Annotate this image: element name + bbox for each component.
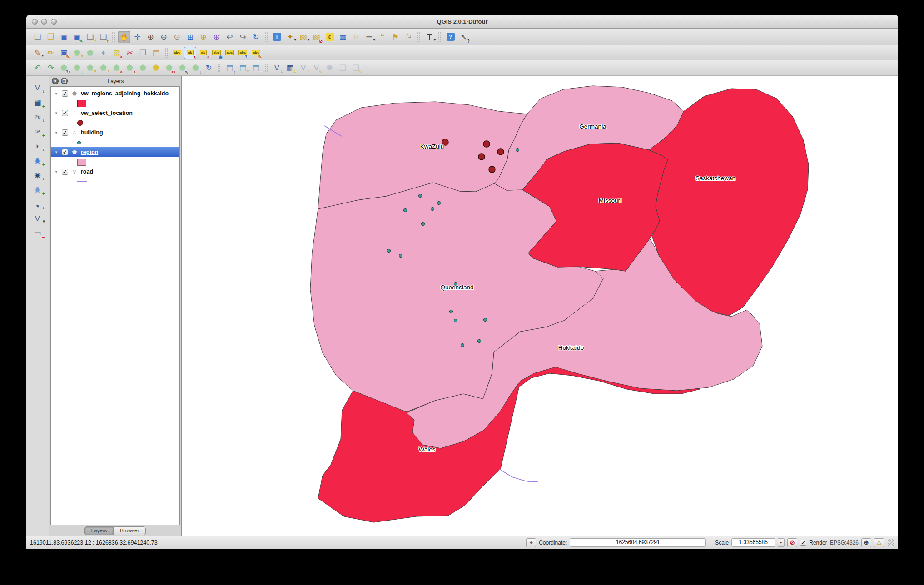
- rotate-feature-tool[interactable]: ⬟↻: [58, 62, 70, 74]
- help-button[interactable]: ?: [444, 31, 457, 43]
- select-features-tool[interactable]: ▧▼: [297, 31, 309, 43]
- new-print-composer-button[interactable]: ❏*: [84, 31, 96, 43]
- delete-selected-button[interactable]: ▧×: [110, 47, 123, 59]
- save-layer-edits-button[interactable]: ▣✎: [58, 47, 70, 59]
- identify-features-tool[interactable]: i: [271, 31, 283, 43]
- open-project-button[interactable]: ❐: [45, 31, 57, 43]
- split-features-tool[interactable]: ⬟✂: [163, 62, 175, 74]
- field-calculator-button[interactable]: ⌗: [350, 31, 362, 43]
- add-wms-layer-button[interactable]: ◉+: [30, 154, 45, 167]
- zoom-to-layer-tool[interactable]: ⊕: [210, 31, 223, 43]
- undo-button[interactable]: ↶: [31, 62, 44, 74]
- messages-warning-icon[interactable]: ⚠: [874, 538, 884, 547]
- paste-features-button[interactable]: ▤: [150, 47, 162, 59]
- reshape-features-tool[interactable]: ⬟: [137, 62, 149, 74]
- layer-item-vw_regions_adjoining_hokkaido[interactable]: ▼✓⬟vw_regions_adjoining_hokkaido: [51, 89, 179, 99]
- map-canvas[interactable]: KwaZuluGermaniaSaskatchewanMissouriQueen…: [182, 76, 898, 536]
- simplify-feature-tool[interactable]: ⬟↓: [71, 62, 83, 74]
- deselect-features-button[interactable]: ▧⊘: [310, 31, 323, 43]
- zoom-last-tool[interactable]: ↩: [224, 31, 236, 43]
- scale-combo-arrow-icon[interactable]: ▼: [778, 538, 785, 547]
- title-bar[interactable]: QGIS 2.0.1-Dufour: [26, 15, 898, 29]
- tab-browser[interactable]: Browser: [114, 526, 146, 535]
- new-shapefile-layer-button[interactable]: V*▼: [30, 212, 45, 225]
- panel-close-icon[interactable]: ✕: [52, 78, 59, 84]
- new-raster-tool[interactable]: ▦+: [284, 62, 296, 74]
- remove-layer-button[interactable]: ▭−: [30, 227, 45, 239]
- layer-import-button[interactable]: ▤↑: [224, 62, 236, 74]
- node-tool[interactable]: ⌖: [97, 47, 109, 59]
- zoom-full-tool[interactable]: ⊞: [184, 31, 196, 43]
- expand-arrow-icon[interactable]: ▼: [55, 170, 60, 174]
- add-spatialite-layer-button[interactable]: ✑+: [30, 125, 45, 138]
- save-project-as-button[interactable]: ▣✎: [71, 31, 83, 43]
- pin-label-tool[interactable]: ab●: [184, 47, 196, 59]
- rotate-point-symbols-tool[interactable]: ↻: [203, 62, 215, 74]
- layer-visibility-checkbox[interactable]: ✓: [62, 110, 68, 116]
- expand-arrow-icon[interactable]: ▼: [55, 92, 60, 96]
- new-project-button[interactable]: ❏: [31, 31, 44, 43]
- zoom-next-tool[interactable]: ↪: [237, 31, 249, 43]
- add-postgis-layer-button[interactable]: Pg+: [30, 110, 45, 123]
- map-tips-tool[interactable]: ❝: [376, 31, 388, 43]
- new-bookmark-button[interactable]: ⚑: [389, 31, 402, 43]
- move-feature-tool[interactable]: ⬟→: [84, 47, 96, 59]
- offset-curve-tool[interactable]: ⬟: [150, 62, 162, 74]
- change-label-tool[interactable]: abc✎: [250, 47, 262, 59]
- add-vector-layer-button[interactable]: V+: [30, 81, 45, 94]
- delete-part-tool[interactable]: ⬟×: [124, 62, 136, 74]
- cut-features-button[interactable]: ✂: [124, 47, 136, 59]
- layer-item-vw_select_location[interactable]: ▼✓∴vw_select_location: [51, 108, 179, 118]
- zoom-native-tool[interactable]: ⊙: [171, 31, 183, 43]
- run-feature-action-button[interactable]: ✦▼: [284, 31, 296, 43]
- new-shapefile-layer-button-dropdown-icon[interactable]: ▼: [42, 220, 46, 223]
- pan-to-selection-tool[interactable]: ✛: [131, 31, 144, 43]
- scale-combo[interactable]: 1:33565585: [731, 538, 775, 547]
- layer-visibility-checkbox[interactable]: ✓: [62, 129, 68, 136]
- text-annotation-tool[interactable]: T▼: [423, 31, 436, 43]
- minimize-window-button[interactable]: [41, 19, 47, 25]
- render-checkbox[interactable]: ✓: [800, 540, 806, 546]
- zoom-window-button[interactable]: [51, 19, 57, 25]
- refresh-map-button[interactable]: ↻: [250, 31, 262, 43]
- text-annotation-tool-dropdown-icon[interactable]: ▼: [433, 38, 437, 42]
- stop-render-icon[interactable]: ⊘: [787, 538, 797, 547]
- composer-manager-button[interactable]: ❏✦: [97, 31, 109, 43]
- merge-features-tool[interactable]: ⬟↓: [189, 62, 202, 74]
- crs-globe-icon[interactable]: ⊕: [861, 538, 871, 547]
- panel-float-icon[interactable]: ❐: [61, 78, 68, 84]
- add-part-tool[interactable]: ⬟*: [97, 62, 109, 74]
- layer-remove-button[interactable]: ▤−: [250, 62, 262, 74]
- add-raster-layer-button[interactable]: ▦+: [30, 96, 45, 109]
- show-bookmarks-button[interactable]: ⚐: [402, 31, 415, 43]
- layer-tree[interactable]: ▼✓⬟vw_regions_adjoining_hokkaido▼✓∴vw_se…: [50, 86, 180, 525]
- open-attribute-table-button[interactable]: ▦: [337, 31, 349, 43]
- zoom-out-tool[interactable]: ⊖: [158, 31, 170, 43]
- expand-arrow-icon[interactable]: ▼: [55, 111, 60, 115]
- mouse-position-toggle-icon[interactable]: ⌖: [526, 538, 536, 547]
- toggle-editing-button[interactable]: ✏: [45, 47, 57, 59]
- resize-grip[interactable]: [888, 539, 894, 546]
- coordinate-input[interactable]: 1625604,6937291: [570, 538, 706, 547]
- layer-visibility-checkbox[interactable]: ✓: [62, 169, 68, 175]
- select-by-expression-button[interactable]: ε: [323, 31, 336, 43]
- new-vector-tool[interactable]: V+: [271, 62, 283, 74]
- redo-button[interactable]: ↷: [45, 62, 57, 74]
- save-project-button[interactable]: ▣: [58, 31, 70, 43]
- copy-features-button[interactable]: ❐: [137, 47, 149, 59]
- move-label-tool[interactable]: abc→: [224, 47, 236, 59]
- close-window-button[interactable]: [32, 19, 38, 25]
- show-hidden-labels-tool[interactable]: abc◉: [210, 47, 223, 59]
- pan-map-tool[interactable]: ✋: [118, 31, 130, 43]
- labeling-button[interactable]: abc: [171, 47, 183, 59]
- select-features-tool-dropdown-icon[interactable]: ▼: [307, 38, 310, 42]
- expand-arrow-icon[interactable]: ▼: [55, 131, 60, 135]
- whats-this-button[interactable]: ↖?: [457, 31, 470, 43]
- add-mssql-layer-button[interactable]: ◗+: [30, 139, 45, 152]
- tab-layers[interactable]: Layers: [84, 526, 114, 535]
- current-edits-button[interactable]: ✎▼: [31, 47, 44, 59]
- expand-arrow-icon[interactable]: ▼: [55, 150, 60, 154]
- layer-new-button[interactable]: ▤*: [237, 62, 249, 74]
- measure-tool[interactable]: ═▼: [363, 31, 375, 43]
- highlight-pinned-labels-tool[interactable]: ab●: [197, 47, 209, 59]
